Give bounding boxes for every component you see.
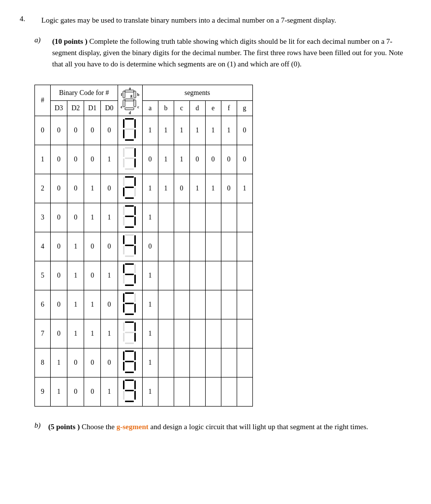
cell-seg-a: 1 [142, 348, 158, 378]
cell-d1: 0 [84, 261, 101, 290]
cell-num: 4 [35, 232, 51, 261]
svg-rect-82 [134, 391, 136, 400]
cell-seg-display [118, 319, 142, 348]
table-row: 100010110000 [35, 145, 253, 174]
svg-rect-18 [123, 129, 124, 138]
part-a-description: Complete the following truth table showi… [52, 37, 403, 68]
col-d2: D2 [67, 100, 84, 116]
cell-seg-c: 0 [174, 174, 189, 203]
svg-rect-37 [134, 206, 136, 215]
svg-rect-40 [134, 217, 136, 225]
cell-seg-a: 0 [142, 232, 158, 261]
table-row: 601101 [35, 290, 253, 319]
part-b-highlight: g-segment [117, 423, 149, 431]
cell-d0: 0 [101, 174, 118, 203]
cell-seg-display [118, 145, 142, 174]
cell-seg-g [237, 232, 252, 261]
cell-seg-display [118, 232, 142, 261]
cell-seg-g [237, 348, 252, 378]
cell-seg-d [189, 203, 205, 232]
part-b: b) (5 points ) Choose the g-segment and … [34, 421, 411, 433]
cell-seg-a: 1 [142, 116, 158, 145]
svg-rect-11 [123, 100, 125, 107]
cell-seg-b [158, 203, 174, 232]
cell-seg-e [205, 319, 221, 348]
cell-d2: 0 [67, 174, 84, 203]
cell-d2: 1 [67, 232, 84, 261]
svg-rect-58 [134, 293, 136, 302]
table-body: 0000011111101000101100002001011011013001… [35, 116, 253, 407]
question-text: Logic gates may be used to translate bin… [41, 15, 336, 26]
svg-rect-65 [134, 322, 136, 331]
segments-header: segments [142, 85, 252, 101]
svg-rect-77 [125, 379, 134, 381]
cell-seg-e [205, 378, 221, 407]
cell-seg-display [118, 348, 142, 378]
cell-seg-d: 0 [189, 145, 205, 174]
svg-text:f: f [121, 93, 122, 97]
svg-rect-44 [134, 235, 136, 244]
table-row: 000001111110 [35, 116, 253, 145]
col-e: e [205, 100, 221, 116]
cell-d3: 0 [51, 145, 67, 174]
cell-d0: 1 [101, 319, 118, 348]
svg-rect-17 [125, 128, 134, 130]
cell-d2: 0 [67, 203, 84, 232]
cell-d3: 0 [51, 261, 67, 290]
svg-rect-43 [123, 235, 124, 244]
table-header-row-1: # Binary Code for # a f g b e c d [35, 85, 253, 101]
cell-d1: 0 [84, 378, 101, 407]
svg-rect-38 [125, 216, 134, 217]
svg-rect-59 [125, 303, 134, 304]
svg-rect-80 [125, 390, 134, 391]
col-d: d [189, 100, 205, 116]
svg-rect-73 [125, 361, 134, 362]
svg-rect-63 [125, 321, 134, 323]
truth-table-section: # Binary Code for # a f g b e c d [34, 85, 411, 407]
col-g: g [237, 100, 252, 116]
cell-num: 5 [35, 261, 51, 290]
cell-seg-g: 1 [237, 174, 252, 203]
cell-seg-d: 1 [189, 116, 205, 145]
svg-rect-76 [125, 372, 134, 373]
cell-d0: 0 [101, 348, 118, 378]
svg-rect-57 [123, 293, 124, 302]
part-a-content: (10 points ) Complete the following trut… [52, 36, 411, 70]
col-f: f [221, 100, 237, 116]
cell-d0: 0 [101, 116, 118, 145]
cell-d2: 1 [67, 261, 84, 290]
svg-rect-12 [134, 100, 136, 107]
col-b: b [158, 100, 174, 116]
cell-seg-a: 1 [142, 319, 158, 348]
cell-d2: 0 [67, 348, 84, 378]
cell-seg-d: 1 [189, 174, 205, 203]
cell-seg-e [205, 203, 221, 232]
svg-rect-64 [123, 322, 124, 331]
cell-seg-c [174, 261, 189, 290]
cell-d3: 1 [51, 378, 67, 407]
cell-d0: 0 [101, 232, 118, 261]
svg-rect-29 [123, 177, 124, 186]
svg-rect-71 [123, 351, 124, 360]
question-number: 4. [20, 15, 31, 26]
cell-seg-b [158, 348, 174, 378]
svg-rect-79 [134, 380, 136, 389]
svg-rect-15 [123, 119, 124, 128]
cell-num: 9 [35, 378, 51, 407]
col-d1: D1 [84, 100, 101, 116]
svg-text:d: d [128, 111, 131, 115]
cell-num: 0 [35, 116, 51, 145]
segment-reference-svg: a f g b e c d [119, 86, 141, 115]
svg-rect-41 [125, 226, 134, 228]
cell-d0: 1 [101, 378, 118, 407]
part-a-label: a) [34, 36, 44, 70]
cell-d2: 1 [67, 290, 84, 319]
cell-d2: 1 [67, 319, 84, 348]
cell-seg-a: 1 [142, 290, 158, 319]
svg-rect-70 [125, 350, 134, 352]
svg-rect-33 [134, 188, 136, 196]
table-header-row-2: D3 D2 D1 D0 a b c d e f g [35, 100, 253, 116]
svg-rect-67 [123, 333, 124, 342]
part-a: a) (10 points ) Complete the following t… [34, 36, 411, 70]
cell-seg-e: 1 [205, 116, 221, 145]
